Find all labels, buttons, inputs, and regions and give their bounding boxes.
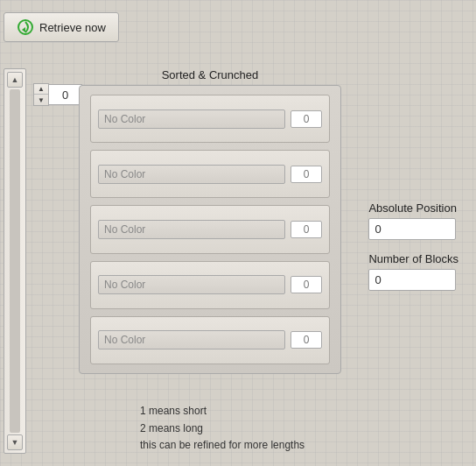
retrieve-icon bbox=[17, 18, 34, 36]
bottom-line-1: 1 means short bbox=[140, 403, 304, 420]
spinner-control: ▲ ▼ bbox=[33, 83, 82, 106]
value-box-5: 0 bbox=[290, 331, 322, 349]
sorted-panel-title: Sorted & Crunched bbox=[79, 68, 341, 81]
bottom-line-3: this can be refined for more lengths bbox=[140, 437, 304, 454]
color-row-2: No Color 0 bbox=[90, 150, 330, 198]
bottom-text: 1 means short 2 means long this can be r… bbox=[140, 403, 304, 454]
sorted-panel: Sorted & Crunched No Color 0 No Color 0 … bbox=[79, 68, 341, 374]
spinner-down[interactable]: ▼ bbox=[34, 95, 48, 105]
svg-marker-1 bbox=[22, 27, 25, 32]
color-label-2: No Color bbox=[98, 165, 285, 184]
number-of-blocks-input[interactable] bbox=[368, 269, 456, 291]
spinner-input[interactable] bbox=[49, 84, 82, 105]
left-scrollbar[interactable]: ▲ ▼ bbox=[4, 68, 26, 454]
value-box-4: 0 bbox=[290, 276, 322, 293]
toolbar: Retrieve now Next bbox=[0, 12, 346, 42]
value-box-1: 0 bbox=[290, 110, 322, 128]
retrieve-now-button[interactable]: Retrieve now bbox=[4, 12, 119, 42]
color-row-1: No Color 0 bbox=[90, 95, 330, 143]
spinner-up[interactable]: ▲ bbox=[34, 84, 48, 95]
sorted-box: No Color 0 No Color 0 No Color 0 No Colo… bbox=[79, 85, 341, 374]
color-label-4: No Color bbox=[98, 275, 285, 294]
absolute-position-label: Absolute Position bbox=[368, 201, 458, 215]
color-label-5: No Color bbox=[98, 330, 285, 350]
color-row-3: No Color 0 bbox=[90, 205, 330, 253]
value-box-2: 0 bbox=[290, 166, 322, 183]
color-row-5: No Color 0 bbox=[90, 316, 330, 364]
scroll-down-arrow[interactable]: ▼ bbox=[7, 434, 23, 450]
number-of-blocks-group: Number of Blocks bbox=[368, 252, 458, 291]
number-of-blocks-label: Number of Blocks bbox=[368, 252, 458, 265]
spinner-arrows: ▲ ▼ bbox=[33, 83, 49, 106]
absolute-position-input[interactable] bbox=[368, 218, 456, 240]
scroll-up-arrow[interactable]: ▲ bbox=[7, 72, 23, 88]
value-box-3: 0 bbox=[290, 221, 322, 238]
scroll-track bbox=[10, 89, 20, 433]
right-info: Absolute Position Number of Blocks bbox=[368, 201, 458, 291]
absolute-position-group: Absolute Position bbox=[368, 201, 458, 240]
retrieve-now-label: Retrieve now bbox=[39, 21, 106, 34]
color-label-1: No Color bbox=[98, 109, 285, 129]
color-label-3: No Color bbox=[98, 220, 285, 239]
color-row-4: No Color 0 bbox=[90, 261, 330, 309]
bottom-line-2: 2 means long bbox=[140, 420, 304, 437]
